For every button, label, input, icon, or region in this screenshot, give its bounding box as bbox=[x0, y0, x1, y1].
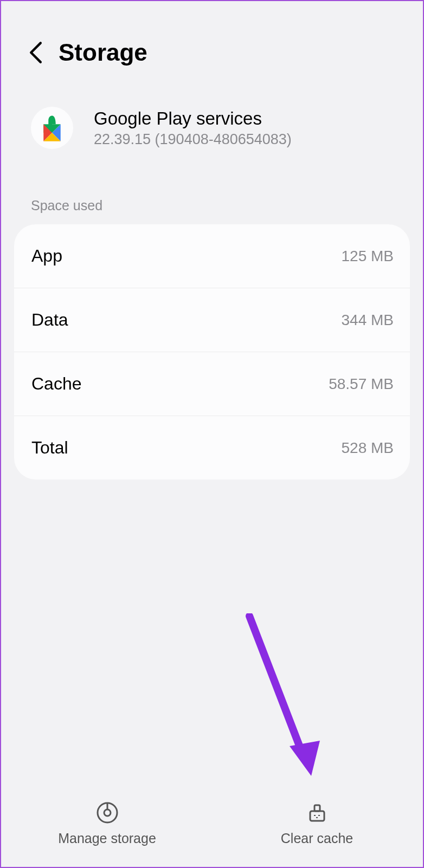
section-label: Space used bbox=[1, 182, 423, 224]
clear-cache-label: Clear cache bbox=[281, 831, 353, 846]
storage-row-app[interactable]: App 125 MB bbox=[14, 224, 410, 288]
svg-point-1 bbox=[104, 809, 111, 816]
app-icon bbox=[31, 107, 73, 149]
svg-rect-4 bbox=[314, 805, 320, 811]
storage-icon bbox=[96, 801, 119, 824]
bottom-bar: Manage storage Clear cache bbox=[2, 780, 422, 867]
app-name: Google Play services bbox=[94, 108, 292, 129]
svg-rect-3 bbox=[310, 811, 324, 821]
app-info: Google Play services 22.39.15 (190408-48… bbox=[1, 93, 423, 182]
manage-storage-button[interactable]: Manage storage bbox=[2, 780, 212, 867]
storage-value: 58.57 MB bbox=[329, 375, 394, 393]
header: Storage bbox=[1, 1, 423, 93]
storage-label: Data bbox=[31, 310, 68, 330]
annotation-arrow-icon bbox=[240, 613, 337, 792]
storage-card: App 125 MB Data 344 MB Cache 58.57 MB To… bbox=[14, 224, 410, 480]
broom-icon bbox=[306, 801, 329, 824]
storage-value: 528 MB bbox=[342, 439, 394, 457]
storage-label: Total bbox=[31, 438, 68, 458]
app-version: 22.39.15 (190408-480654083) bbox=[94, 131, 292, 148]
storage-value: 344 MB bbox=[342, 312, 394, 329]
storage-row-total[interactable]: Total 528 MB bbox=[14, 416, 410, 480]
clear-cache-button[interactable]: Clear cache bbox=[212, 780, 422, 867]
page-title: Storage bbox=[59, 39, 147, 66]
app-text-block: Google Play services 22.39.15 (190408-48… bbox=[94, 108, 292, 148]
storage-label: Cache bbox=[31, 374, 82, 394]
manage-storage-label: Manage storage bbox=[58, 831, 156, 846]
back-icon[interactable] bbox=[28, 41, 43, 64]
storage-row-cache[interactable]: Cache 58.57 MB bbox=[14, 352, 410, 416]
storage-row-data[interactable]: Data 344 MB bbox=[14, 288, 410, 352]
storage-value: 125 MB bbox=[342, 248, 394, 265]
storage-label: App bbox=[31, 246, 62, 266]
